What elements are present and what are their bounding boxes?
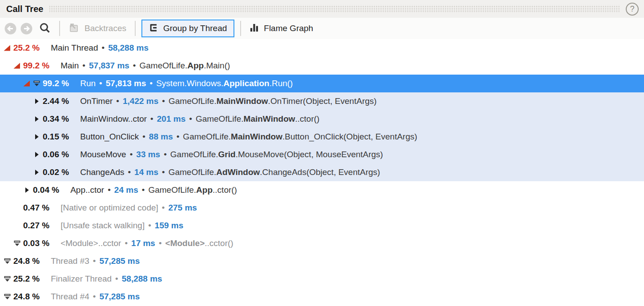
- back-button[interactable]: [4, 23, 16, 35]
- function-name: [Unsafe stack walking]: [60, 221, 145, 230]
- time-value: 201 ms: [157, 114, 185, 124]
- method-signature: <Module>..cctor(): [165, 238, 233, 248]
- time-value: 57,285 ms: [99, 256, 140, 266]
- percent-label: 2.44 %: [43, 96, 69, 106]
- time-value: 88 ms: [149, 132, 173, 142]
- percent-label: 0.47 %: [23, 203, 49, 213]
- forward-button[interactable]: [20, 23, 32, 35]
- call-tree: 25.2 %Main Thread•58,288 ms99.2 %Main•57…: [0, 39, 644, 306]
- hot-path-icon: [4, 44, 13, 52]
- percent-label: 24.8 %: [13, 256, 40, 266]
- function-name: MainWindow..ctor: [80, 114, 147, 124]
- panel-titlebar: Call Tree ?: [0, 0, 644, 18]
- expand-icon[interactable]: [33, 151, 43, 158]
- backtraces-button[interactable]: Backtraces: [66, 20, 129, 37]
- percent-label: 0.03 %: [23, 238, 49, 248]
- time-value: 58,288 ms: [108, 43, 149, 53]
- bullet-separator: •: [108, 185, 111, 195]
- time-value: 57,285 ms: [99, 292, 140, 302]
- bullet-separator: •: [142, 185, 145, 195]
- function-name: MouseMove: [80, 150, 126, 159]
- expand-icon[interactable]: [23, 187, 33, 194]
- percent-label: 24.8 %: [13, 292, 40, 302]
- call-tree-panel: Call Tree ? Backtraces Group by Thread F…: [0, 0, 644, 306]
- tree-row[interactable]: 0.15 %Button_OnClick•88 ms•GameOfLife.Ma…: [0, 128, 644, 146]
- percent-label: 25.2 %: [13, 43, 40, 53]
- bullet-separator: •: [115, 274, 118, 284]
- bullet-separator: •: [125, 238, 128, 248]
- method-signature: GameOfLife.AdWindow.ChangeAds(Object, Ev…: [169, 167, 380, 177]
- tree-row[interactable]: 25.2 %Finalizer Thread•58,288 ms: [0, 270, 644, 288]
- tree-row[interactable]: 0.04 %App..ctor•24 ms•GameOfLife.App..ct…: [0, 181, 644, 199]
- function-name: Main Thread: [51, 43, 98, 53]
- bullet-separator: •: [159, 238, 162, 248]
- indent-spacer: [13, 204, 23, 211]
- indent-spacer: [13, 222, 23, 229]
- tree-row[interactable]: 0.06 %MouseMove•33 ms•GameOfLife.Grid.Mo…: [0, 146, 644, 163]
- back-arrow-icon: [4, 23, 16, 35]
- tree-row[interactable]: 0.47 %[Native or optimized code]•275 ms: [0, 199, 644, 217]
- percent-label: 99.2 %: [23, 61, 49, 71]
- tree-row[interactable]: 24.8 %Thread #3•57,285 ms: [0, 252, 644, 270]
- group-by-thread-button[interactable]: Group by Thread: [141, 20, 234, 37]
- time-value: 159 ms: [155, 221, 183, 230]
- tree-row[interactable]: 99.2 %Run•57,813 ms•System.Windows.Appli…: [0, 75, 644, 92]
- tree-row[interactable]: 0.02 %ChangeAds•14 ms•GameOfLife.AdWindo…: [0, 163, 644, 181]
- collapse-icon[interactable]: [4, 275, 13, 282]
- expand-icon[interactable]: [33, 115, 43, 123]
- dotted-texture: [49, 5, 620, 13]
- bullet-separator: •: [133, 61, 136, 71]
- time-value: 17 ms: [131, 238, 155, 248]
- function-name: Thread #4: [51, 292, 89, 302]
- bullet-separator: •: [150, 79, 153, 88]
- help-icon[interactable]: ?: [626, 3, 639, 16]
- panel-title: Call Tree: [6, 4, 43, 14]
- method-signature: GameOfLife.Grid.MouseMove(Object, MouseE…: [170, 150, 383, 159]
- toolbar: Backtraces Group by Thread Flame Graph: [0, 18, 644, 39]
- time-value: 33 ms: [136, 150, 160, 159]
- bullet-separator: •: [99, 79, 102, 88]
- percent-label: 99.2 %: [43, 79, 69, 88]
- tree-row[interactable]: 0.27 %[Unsafe stack walking]•159 ms: [0, 217, 644, 234]
- tree-row[interactable]: 2.44 %OnTimer•1,422 ms•GameOfLife.MainWi…: [0, 92, 644, 110]
- function-name: Run: [80, 79, 96, 88]
- percent-label: 0.04 %: [33, 185, 59, 195]
- collapse-icon[interactable]: [33, 80, 43, 87]
- bullet-separator: •: [116, 96, 119, 106]
- percent-label: 0.15 %: [43, 132, 69, 142]
- forward-arrow-icon: [20, 23, 32, 35]
- tree-row[interactable]: 0.34 %MainWindow..ctor•201 ms•GameOfLife…: [0, 110, 644, 128]
- function-name: Main: [60, 61, 79, 71]
- tree-row[interactable]: 24.8 %Thread #4•57,285 ms: [0, 288, 644, 306]
- method-signature: GameOfLife.MainWindow.Button_OnClick(Obj…: [183, 132, 417, 142]
- toolbar-separator: [135, 21, 136, 36]
- percent-label: 0.34 %: [43, 114, 69, 124]
- function-name: Finalizer Thread: [51, 274, 112, 284]
- bar-chart-icon: [250, 23, 259, 34]
- tree-row[interactable]: 0.03 %<Module>..cctor•17 ms•<Module>..cc…: [0, 234, 644, 252]
- method-signature: GameOfLife.MainWindow..ctor(): [196, 114, 320, 124]
- toolbar-separator: [240, 21, 241, 36]
- tree-row[interactable]: 99.2 %Main•57,837 ms•GameOfLife.App.Main…: [0, 57, 644, 75]
- backtraces-label: Backtraces: [85, 24, 126, 33]
- collapse-icon[interactable]: [4, 293, 13, 300]
- bullet-separator: •: [162, 203, 165, 213]
- function-name: Button_OnClick: [80, 132, 139, 142]
- tree-row[interactable]: 25.2 %Main Thread•58,288 ms: [0, 39, 644, 57]
- collapse-icon[interactable]: [13, 240, 23, 247]
- expand-icon[interactable]: [33, 133, 43, 140]
- bullet-separator: •: [130, 150, 133, 159]
- expand-icon[interactable]: [33, 169, 43, 176]
- percent-label: 0.06 %: [43, 150, 69, 159]
- expand-icon[interactable]: [33, 98, 43, 105]
- flame-graph-button[interactable]: Flame Graph: [247, 20, 316, 37]
- bullet-separator: •: [148, 221, 151, 230]
- time-value: 1,422 ms: [123, 96, 158, 106]
- percent-label: 0.27 %: [23, 221, 49, 230]
- collapse-icon[interactable]: [4, 258, 13, 265]
- function-name: <Module>..cctor: [60, 238, 121, 248]
- method-signature: GameOfLife.App..ctor(): [148, 185, 237, 195]
- bullet-separator: •: [142, 132, 145, 142]
- search-button[interactable]: [38, 22, 52, 35]
- toolbar-separator: [59, 21, 60, 36]
